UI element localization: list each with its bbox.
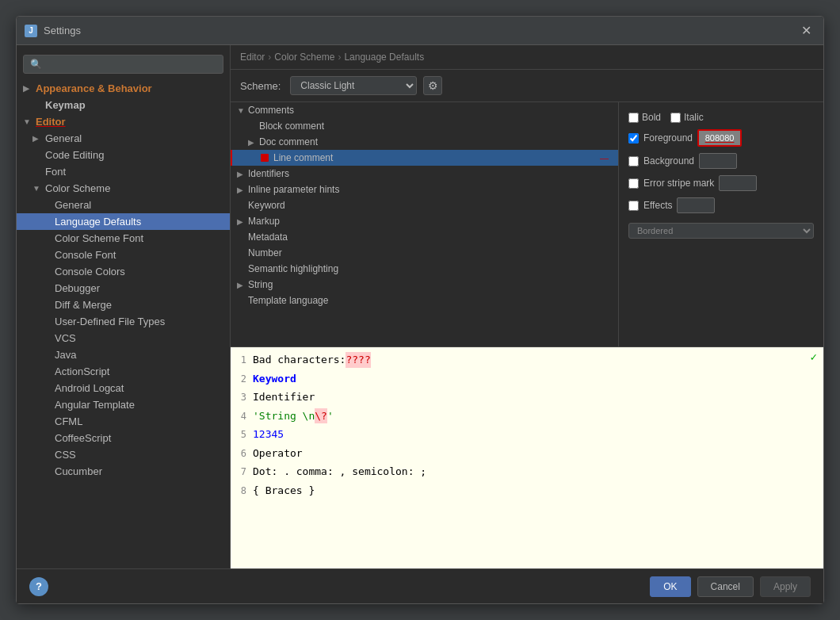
arrow-spacer xyxy=(250,154,261,163)
color-tree-metadata[interactable]: Metadata xyxy=(231,229,618,245)
sidebar-item-color-scheme[interactable]: ▼ Color Scheme xyxy=(17,180,230,197)
color-tree-template[interactable]: Template language xyxy=(231,293,618,308)
arrow-icon: ▼ xyxy=(32,184,44,193)
options-panel: Bold Italic Foreground 808080 xyxy=(619,102,823,346)
preview-number: 12345 xyxy=(253,427,284,442)
foreground-checkbox[interactable] xyxy=(628,133,639,144)
breadcrumb-language-defaults: Language Defaults xyxy=(344,52,424,63)
italic-checkbox-label[interactable]: Italic xyxy=(670,112,704,123)
sidebar-item-font[interactable]: Font xyxy=(17,163,230,180)
sidebar-item-cfml[interactable]: CFML xyxy=(17,413,230,430)
background-row: Background xyxy=(628,153,814,169)
sidebar-item-label: Diff & Merge xyxy=(55,299,112,311)
arrow-spacer xyxy=(42,384,53,392)
sidebar-item-debugger[interactable]: Debugger xyxy=(17,280,230,297)
foreground-label: Foreground xyxy=(643,132,693,144)
foreground-swatch[interactable]: 808080 xyxy=(697,129,742,147)
sidebar-item-cucumber[interactable]: Cucumber xyxy=(17,463,230,480)
effects-row: Effects xyxy=(628,197,814,213)
arrow-spacer xyxy=(42,450,53,459)
color-tree-semantic[interactable]: Semantic highlighting xyxy=(231,261,618,277)
color-tree-line-comment[interactable]: Line comment — xyxy=(231,150,618,166)
cancel-button[interactable]: Cancel xyxy=(697,576,754,597)
italic-checkbox[interactable] xyxy=(670,113,681,123)
error-stripe-checkbox[interactable] xyxy=(628,178,639,189)
scheme-select[interactable]: Classic Light Darcula High Contrast Inte… xyxy=(290,76,417,95)
sidebar-item-label: Color Scheme Font xyxy=(55,232,143,244)
arrow-spacer xyxy=(237,297,248,305)
color-tree-keyword[interactable]: Keyword xyxy=(231,197,618,213)
underline-indicator: — xyxy=(600,153,609,163)
sidebar-item-diff-merge[interactable]: Diff & Merge xyxy=(17,297,230,313)
sidebar-item-user-file-types[interactable]: User-Defined File Types xyxy=(17,313,230,330)
color-tree-label: Markup xyxy=(248,216,280,227)
color-tree-label: Semantic highlighting xyxy=(248,263,338,274)
effects-swatch[interactable] xyxy=(677,197,715,213)
breadcrumb: Editor › Color Scheme › Language Default… xyxy=(231,45,823,70)
content-area: ▶ Appearance & Behavior Keymap ▼ Editor … xyxy=(17,45,823,568)
preview-line-5: 5 12345 xyxy=(231,425,823,444)
scheme-label: Scheme: xyxy=(240,80,281,92)
line-number: 4 xyxy=(231,409,253,423)
sidebar-item-console-font[interactable]: Console Font xyxy=(17,247,230,263)
error-stripe-swatch[interactable] xyxy=(719,175,757,191)
sidebar-item-label: Code Editing xyxy=(45,149,104,161)
arrow-spacer xyxy=(32,151,44,159)
color-tree-label: Line comment xyxy=(273,152,333,163)
gear-button[interactable]: ⚙ xyxy=(423,76,442,95)
effects-type-select[interactable]: Bordered Underscored Bold Underscored St… xyxy=(628,223,814,239)
color-tree-inline-hints[interactable]: ▶ Inline parameter hints xyxy=(231,182,618,197)
color-tree-number[interactable]: Number xyxy=(231,245,618,261)
sidebar-item-label: Font xyxy=(45,166,66,178)
color-tree-identifiers[interactable]: ▶ Identifiers xyxy=(231,166,618,182)
sidebar-item-appearance[interactable]: ▶ Appearance & Behavior xyxy=(17,80,230,97)
sidebar-item-label: User-Defined File Types xyxy=(55,316,165,327)
help-button[interactable]: ? xyxy=(29,577,48,596)
color-tree-doc-comment[interactable]: ▶ Doc comment xyxy=(231,134,618,150)
sidebar-item-keymap[interactable]: Keymap xyxy=(17,97,230,113)
bold-checkbox-label[interactable]: Bold xyxy=(628,112,661,123)
bold-checkbox[interactable] xyxy=(628,113,639,123)
color-tree-label: Doc comment xyxy=(259,136,318,147)
background-checkbox[interactable] xyxy=(628,156,639,166)
sidebar-item-code-editing[interactable]: Code Editing xyxy=(17,147,230,163)
sidebar-item-actionscript[interactable]: ActionScript xyxy=(17,363,230,380)
foreground-row: Foreground 808080 xyxy=(628,129,814,147)
color-tree-block-comment[interactable]: Block comment xyxy=(231,118,618,134)
sidebar-item-label: Java xyxy=(55,349,76,361)
settings-dialog: J Settings ✕ ▶ Appearance & Behavior Key… xyxy=(16,16,824,604)
sidebar-item-general[interactable]: ▶ General xyxy=(17,130,230,147)
sidebar-item-java[interactable]: Java xyxy=(17,346,230,363)
error-stripe-label: Error stripe mark xyxy=(643,178,714,189)
search-input[interactable] xyxy=(23,55,223,74)
close-button[interactable]: ✕ xyxy=(796,21,815,40)
arrow-spacer xyxy=(237,265,248,274)
color-tree-label: Block comment xyxy=(259,121,324,132)
sidebar-item-editor[interactable]: ▼ Editor xyxy=(17,113,230,130)
effects-checkbox[interactable] xyxy=(628,201,639,211)
arrow-icon: ▶ xyxy=(237,186,248,194)
color-tree-string[interactable]: ▶ String xyxy=(231,277,618,293)
sidebar-item-label: Keymap xyxy=(45,99,86,111)
sidebar-item-label: Cucumber xyxy=(55,465,102,477)
color-tree-markup[interactable]: ▶ Markup xyxy=(231,213,618,229)
sidebar-item-console-colors[interactable]: Console Colors xyxy=(17,263,230,280)
arrow-spacer xyxy=(42,234,53,243)
preview-bad-chars-label: Bad characters: xyxy=(253,352,346,368)
preview-braces: { Braces } xyxy=(253,483,315,499)
arrow-icon: ▶ xyxy=(237,281,248,289)
sidebar-item-vcs[interactable]: VCS xyxy=(17,330,230,346)
sidebar-item-language-defaults[interactable]: Language Defaults xyxy=(17,213,230,230)
apply-button[interactable]: Apply xyxy=(760,576,811,597)
sidebar-item-color-scheme-font[interactable]: Color Scheme Font xyxy=(17,230,230,247)
sidebar-item-angular-template[interactable]: Angular Template xyxy=(17,396,230,413)
ok-button[interactable]: OK xyxy=(650,576,690,597)
arrow-spacer xyxy=(42,317,53,326)
background-swatch[interactable] xyxy=(699,153,737,169)
color-tree-comments[interactable]: ▼ Comments xyxy=(231,102,618,118)
arrow-icon: ▼ xyxy=(237,106,248,115)
sidebar-item-android-logcat[interactable]: Android Logcat xyxy=(17,380,230,396)
sidebar-item-css[interactable]: CSS xyxy=(17,446,230,463)
sidebar-item-color-general[interactable]: General xyxy=(17,197,230,213)
sidebar-item-coffeescript[interactable]: CoffeeScript xyxy=(17,430,230,446)
